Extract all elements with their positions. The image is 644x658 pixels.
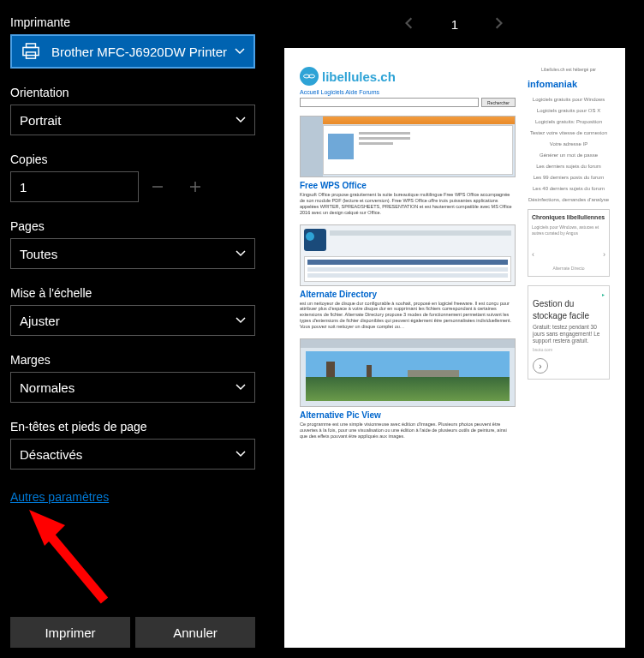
orientation-select[interactable]: Portrait — [10, 105, 255, 135]
preview-sidebar: Libellules.ch est hébergé par infomaniak… — [528, 67, 610, 448]
print-button[interactable]: Imprimer — [10, 617, 130, 648]
print-settings-panel: Imprimante Brother MFC-J6920DW Printer O… — [0, 0, 265, 658]
copies-decrement[interactable] — [139, 171, 176, 202]
pages-select[interactable]: Toutes — [10, 238, 255, 269]
copies-increment[interactable] — [176, 171, 214, 202]
prev-page[interactable] — [403, 17, 417, 31]
copies-row — [10, 171, 255, 202]
svg-rect-1 — [23, 47, 39, 55]
scale-value: Ajuster — [20, 314, 234, 328]
preview-article-desc: Kingsoft Office propose gratuitement la … — [300, 192, 516, 216]
scale-label: Mise à l'échelle — [10, 286, 255, 300]
chevron-right-icon: › — [533, 358, 548, 374]
pages-value: Toutes — [20, 247, 234, 261]
margins-label: Marges — [10, 353, 255, 367]
preview-page: libellules.ch Accueil Logiciels Aide For… — [284, 48, 625, 648]
dialog-buttons: Imprimer Annuler — [10, 617, 255, 648]
page-navigation: 1 — [403, 0, 506, 48]
margins-select[interactable]: Normales — [10, 372, 255, 403]
margins-value: Normales — [20, 380, 234, 395]
cancel-button[interactable]: Annuler — [135, 617, 255, 648]
chevron-down-icon — [234, 449, 247, 459]
headers-value: Désactivés — [20, 447, 234, 462]
svg-marker-7 — [29, 510, 65, 546]
preview-article-desc: est un nettoyeur de disque dur configura… — [300, 301, 516, 330]
chevron-down-icon — [234, 315, 247, 326]
preview-article-title: Free WPS Office — [300, 181, 516, 190]
more-settings-link[interactable]: Autres paramètres — [10, 490, 255, 504]
printer-icon — [21, 43, 41, 60]
next-page[interactable] — [492, 17, 506, 31]
preview-search: Rechercher — [300, 98, 516, 107]
preview-article-desc: Ce programme est une simple visionneuse … — [300, 422, 516, 440]
page-number: 1 — [451, 17, 458, 32]
preview-site-logo: libellules.ch — [300, 67, 516, 86]
chevron-down-icon — [233, 46, 247, 57]
scale-select[interactable]: Ajuster — [10, 305, 255, 336]
annotation-arrow — [26, 510, 120, 613]
svg-line-6 — [43, 527, 104, 601]
headers-label: En-têtes et pieds de page — [10, 420, 255, 434]
preview-panel: 1 libellules.ch Accueil Logiciels Aide F… — [265, 0, 644, 658]
preview-article-title: Alternate Directory — [300, 290, 516, 299]
orientation-label: Orientation — [10, 86, 255, 99]
orientation-value: Portrait — [20, 113, 234, 128]
preview-nav: Accueil Logiciels Aide Forums — [300, 89, 516, 95]
headers-select[interactable]: Désactivés — [10, 439, 255, 470]
copies-input[interactable] — [10, 171, 139, 202]
preview-article-title: Alternative Pic View — [300, 410, 516, 420]
chevron-down-icon — [234, 382, 247, 392]
copies-label: Copies — [10, 153, 255, 166]
printer-label: Imprimante — [10, 15, 255, 29]
chevron-down-icon — [234, 115, 247, 125]
printer-name: Brother MFC-J6920DW Printer — [51, 45, 233, 59]
printer-select[interactable]: Brother MFC-J6920DW Printer — [10, 34, 255, 69]
pages-label: Pages — [10, 219, 255, 233]
chevron-down-icon — [234, 248, 247, 259]
